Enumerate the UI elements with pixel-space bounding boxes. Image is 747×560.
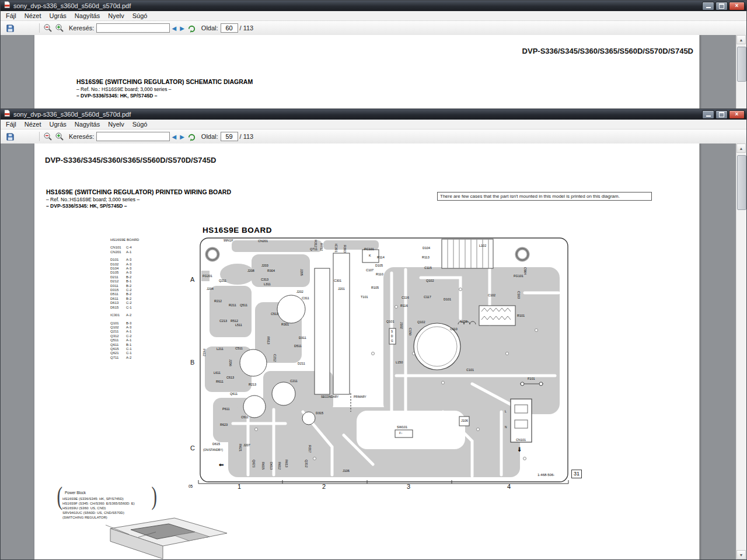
pcb-ref-q511: Q511 xyxy=(240,303,247,307)
scroll-up-button[interactable]: ▲ xyxy=(736,144,746,153)
menu-nezet[interactable]: Nézet xyxy=(20,12,46,19)
pcb-ref-c101: C101 xyxy=(466,368,474,372)
component-row-d511: D511B-2 xyxy=(110,292,139,296)
search-input[interactable] xyxy=(96,132,170,141)
doc-ref-line-2: – DVP-S336/S345: HK, SP/S745D – xyxy=(46,203,127,209)
pcb-ref-j203: J203 xyxy=(261,264,268,267)
pcb-ref-j205: J205 xyxy=(300,269,303,276)
menu-nagyitas[interactable]: Nagyítás xyxy=(71,121,104,128)
maximize-button[interactable] xyxy=(715,2,728,10)
pcb-ref-s: S xyxy=(391,330,393,334)
menu-ugras[interactable]: Ugrás xyxy=(45,12,70,19)
scroll-thumb[interactable] xyxy=(737,47,746,82)
scroll-thumb[interactable] xyxy=(737,155,746,210)
menu-sugo[interactable]: Súgó xyxy=(128,12,152,19)
pcb-ref-c904: C904 xyxy=(523,267,527,275)
pcb-ref-d613: D613 xyxy=(270,462,273,470)
board-title: HS16S9E BOARD xyxy=(203,226,272,235)
grid-col-4: 4 xyxy=(507,483,511,490)
pcb-ref-j102: J102 xyxy=(400,322,403,329)
grid-col-1: 1 xyxy=(238,483,241,490)
pcb-ref-r513: R513 xyxy=(267,337,270,344)
menu-nezet[interactable]: Nézet xyxy=(20,121,46,128)
pcb-ref-pc101: PC101 xyxy=(364,247,374,251)
next-page-button[interactable]: ▶ xyxy=(178,134,186,140)
pcb-ref-d105: D105 xyxy=(375,264,383,267)
pcb-ref-g: G xyxy=(391,340,393,343)
grid-row-c: C xyxy=(190,444,195,452)
page-number-input[interactable] xyxy=(221,23,238,33)
component-row-d102: D102A-3 xyxy=(110,262,139,267)
pcb-ref-d615: D615 xyxy=(212,442,220,446)
zoom-in-icon[interactable] xyxy=(54,131,65,142)
next-page-button[interactable]: ▶ xyxy=(178,25,186,32)
pcb-ref-secondary: SECONDARY xyxy=(321,396,338,399)
find-next-icon[interactable] xyxy=(187,23,197,33)
doc-ref-line-1: – Ref. No.:HS16S9E board; 3,000 series – xyxy=(46,197,139,202)
pdf-icon xyxy=(3,109,11,120)
component-row-q102: Q102A-3 xyxy=(110,326,139,330)
component-row-q511: Q511A-1 xyxy=(110,338,139,342)
scrollbar-vertical[interactable]: ▲ ▼ xyxy=(736,144,746,559)
pcb-ref-q101: Q101 xyxy=(386,320,394,323)
menu-nagyitas[interactable]: Nagyítás xyxy=(71,12,104,19)
minimize-button[interactable] xyxy=(702,2,714,10)
pcb-ref-c116: C116 xyxy=(402,296,409,299)
minimize-button[interactable] xyxy=(702,110,714,119)
pdf-icon xyxy=(3,1,11,11)
pcb-ref-r105: R105 xyxy=(371,286,379,289)
component-row-d212: D212B-1 xyxy=(110,279,139,284)
close-button[interactable]: × xyxy=(729,110,745,119)
menu-sugo[interactable]: Súgó xyxy=(128,121,152,128)
menu-nyelv[interactable]: Nyelv xyxy=(104,121,128,128)
page-number-input[interactable] xyxy=(221,132,238,141)
component-row-cn101: CN101C-4 xyxy=(110,246,139,250)
save-icon[interactable] xyxy=(5,23,15,33)
component-row-q711: Q711A-2 xyxy=(110,356,139,360)
search-input[interactable] xyxy=(96,23,170,33)
pcb-ref-r113: R113 xyxy=(422,256,430,259)
prev-page-button[interactable]: ◀ xyxy=(170,134,178,140)
scroll-up-button[interactable]: ▲ xyxy=(736,35,746,44)
menu-fajl[interactable]: Fájl xyxy=(2,12,20,19)
save-icon[interactable] xyxy=(5,131,15,142)
pcb-ref-j208: J208 xyxy=(247,269,254,272)
pcb-ref-c103: C103 xyxy=(517,291,521,299)
menu-ugras[interactable]: Ugrás xyxy=(45,121,70,128)
grid-row-a: A xyxy=(190,276,194,283)
titlebar-front[interactable]: sony_dvp-s336_s360d_s560d_s570d.pdf × xyxy=(1,109,746,120)
prev-page-button[interactable]: ◀ xyxy=(170,25,178,32)
pcb-ref-d315: D315 xyxy=(316,411,323,415)
pcb-ref-r213: R213 xyxy=(249,383,256,386)
page-corner-number: 05 xyxy=(189,484,193,488)
menu-fajl[interactable]: Fájl xyxy=(2,121,20,128)
zoom-out-icon[interactable] xyxy=(43,23,53,33)
pcb-ref-on-standby: (ON/STANDBY) xyxy=(203,449,223,452)
bracket-left: ( xyxy=(57,494,63,499)
scroll-down-button[interactable]: ▼ xyxy=(736,550,746,559)
close-button[interactable]: × xyxy=(729,2,745,10)
pcb-ref-t101: T101 xyxy=(361,295,368,299)
pcb-ref-d311: D311 xyxy=(299,336,306,340)
component-row-d613: D613C-2 xyxy=(110,301,139,305)
power-switch-marking: I/○ xyxy=(399,432,403,435)
component-row-d105: D105A-3 xyxy=(110,271,139,275)
maximize-button[interactable] xyxy=(715,110,728,119)
menu-nyelv[interactable]: Nyelv xyxy=(104,12,128,19)
pcb-ref-j204: J204 xyxy=(207,287,214,290)
pcb-ref-r101: R101 xyxy=(517,314,525,317)
pcb-ref-c511: C511 xyxy=(235,346,243,350)
pcb-ref-d: D xyxy=(391,335,393,338)
zoom-out-icon[interactable] xyxy=(43,131,53,142)
find-next-icon[interactable] xyxy=(187,131,197,142)
titlebar-back[interactable]: sony_dvp-s336_s360d_s560d_s570d.pdf × xyxy=(1,1,746,11)
bracket-right: ) xyxy=(152,494,158,499)
scrollbar-vertical[interactable]: ▲ xyxy=(736,35,746,108)
pcb-ref-cn101: CN101 xyxy=(516,438,526,442)
pcb-ref-l311: L311 xyxy=(264,282,271,286)
grid-col-2: 2 xyxy=(322,483,326,490)
zoom-in-icon[interactable] xyxy=(54,23,65,33)
grid-row-b: B xyxy=(190,359,194,366)
pcb-ref-r116: R116 xyxy=(400,304,408,307)
component-row-d211: D211B-2 xyxy=(110,275,139,279)
